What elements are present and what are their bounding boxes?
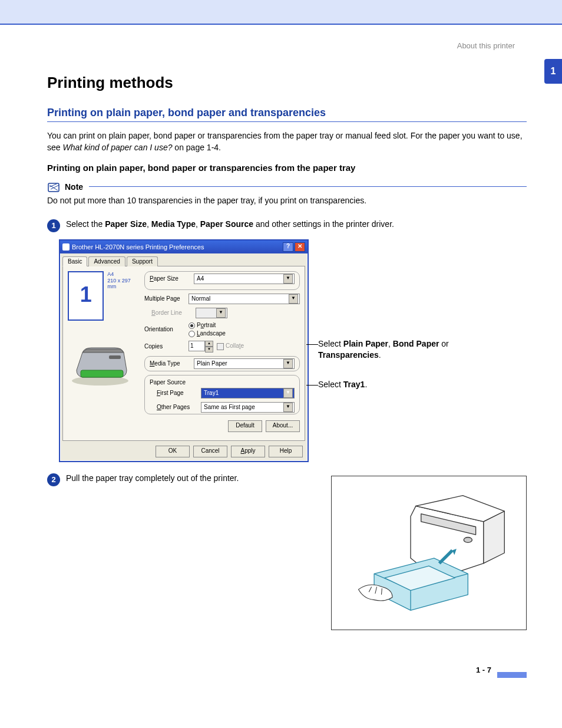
callout1-end: . [379,350,381,360]
callout1-transparencies: Transparencies [318,350,379,360]
orientation-portrait-radio[interactable]: Portrait [189,322,216,329]
dialog-title: Brother HL-2070N series Printing Prefere… [72,243,204,251]
tray-removal-illustration [331,476,527,630]
callout-tray: Select Tray1. [318,379,449,391]
media-type-value: Plain Paper [197,360,227,367]
paper-size-select[interactable]: A4 ▼ [194,274,295,284]
first-page-value: Tray1 [204,390,219,396]
default-button[interactable]: Default [228,420,262,432]
step1-sep1: , [147,219,151,229]
intro-paragraph: You can print on plain paper, bond paper… [47,130,527,153]
multiple-page-value: Normal [191,295,210,302]
dialog-titlebar: Brother HL-2070N series Printing Prefere… [60,241,308,253]
callout1-pre: Select [318,339,343,348]
callout-media-type: Select Plain Paper, Bond Paper or Transp… [318,338,449,361]
intro-text-b: on page 1-4. [172,143,221,152]
callout1-bond-paper: Bond Paper [393,339,439,348]
step1-post: and other settings in the printer driver… [253,219,394,229]
step-number-1: 1 [47,219,60,232]
dropdown-arrow-icon: ▼ [283,403,293,412]
media-type-label: Media Type [150,360,194,367]
tab-basic[interactable]: Basic [62,256,87,266]
intro-xref: What kind of paper can I use? [62,143,172,152]
cancel-button[interactable]: Cancel [193,446,227,457]
note-icon [47,181,61,193]
dropdown-arrow-icon: ▼ [283,388,293,398]
first-page-label: First Page [150,390,201,396]
svg-rect-3 [109,355,121,359]
paper-source-label: Paper Source [150,379,295,386]
preview-dimensions: 210 x 297 mm [107,278,138,291]
svg-point-4 [464,537,472,542]
section-underline [47,121,527,122]
tab-support[interactable]: Support [127,256,158,266]
print-preferences-dialog: Brother HL-2070N series Printing Prefere… [59,239,309,462]
step1-pre: Select the [66,219,105,229]
printer-preview-icon [68,341,133,388]
callout2-pre: Select [318,380,343,389]
step1-paper-source: Paper Source [200,219,253,229]
collate-checkbox: Collate [217,342,244,350]
about-button[interactable]: About... [266,420,300,432]
callout2-tray1: Tray1 [343,380,365,389]
dropdown-arrow-icon: ▼ [216,308,226,318]
running-header: About this printer [47,41,527,50]
copies-value[interactable]: 1 [189,341,205,351]
orientation-label: Orientation [144,326,189,332]
callout1-sep1: , [388,339,393,348]
other-pages-label: Other Pages [150,404,201,410]
paper-size-value: A4 [197,275,204,282]
step-1-text: Select the Paper Size, Media Type, Paper… [66,219,394,230]
page-preview-thumb: 1 [68,271,104,321]
help-button[interactable]: ? [283,242,293,252]
orientation-landscape-radio[interactable]: Landscape [189,330,226,337]
dialog-app-icon [62,243,70,251]
spin-down-icon[interactable]: ▼ [205,347,213,353]
note-label: Note [65,182,83,192]
subsection-heading: Printing on plain paper, bond paper or t… [47,163,527,173]
step-number-2: 2 [47,473,60,486]
footer-accent [497,672,527,678]
other-pages-value: Same as First page [204,404,255,410]
preview-size-label: A4 [107,271,138,278]
paper-size-label: PPaper Sizeaper Size [150,275,194,282]
step1-paper-size: Paper Size [105,219,147,229]
callout1-plain-paper: Plain Paper [343,339,388,348]
other-pages-select[interactable]: Same as First page ▼ [201,402,295,413]
callout2-end: . [365,380,367,389]
step-2-text: Pull the paper tray completely out of th… [66,473,239,485]
dropdown-arrow-icon: ▼ [289,294,298,304]
border-line-select: ▼ [196,308,227,318]
ok-button[interactable]: OK [156,446,190,457]
section-heading: Printing on plain paper, bond paper and … [47,107,527,119]
callout1-sep2: or [439,339,448,348]
step1-sep2: , [196,219,200,229]
spin-up-icon[interactable]: ▲ [205,341,213,347]
page-title: Printing methods [47,74,527,92]
note-text: Do not put more than 10 transparencies i… [47,195,527,207]
dropdown-arrow-icon: ▼ [283,274,293,284]
copies-spinner[interactable]: 1 ▲ ▼ [189,341,213,353]
svg-rect-2 [81,370,123,377]
media-type-select[interactable]: Plain Paper ▼ [194,358,295,369]
multiple-page-select[interactable]: Normal ▼ [189,294,300,304]
note-rule [89,186,527,187]
first-page-select[interactable]: Tray1 ▼ [201,388,295,398]
dialog-help-button[interactable]: Help [269,446,303,457]
top-accent-bar [0,0,562,25]
apply-button[interactable]: Apply [231,446,265,457]
multiple-page-label: Multiple Page [144,295,189,302]
tab-advanced[interactable]: Advanced [88,256,125,266]
step1-media-type: Media Type [151,219,196,229]
close-button[interactable]: ✕ [295,242,305,252]
dropdown-arrow-icon: ▼ [283,359,293,368]
page-number: 1 - 7 [476,666,491,674]
border-line-label: Border Line [144,309,196,316]
copies-label: Copies [144,343,189,350]
